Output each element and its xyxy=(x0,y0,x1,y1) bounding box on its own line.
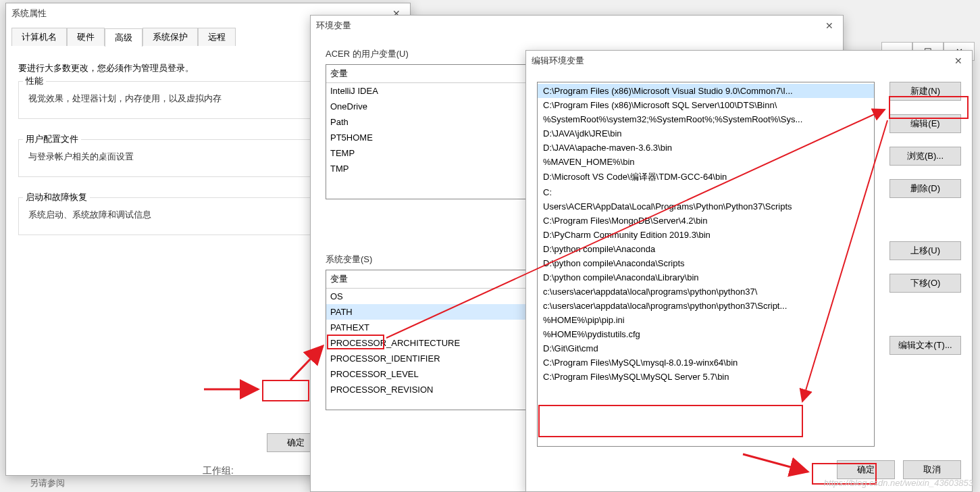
browse-button[interactable]: 浏览(B)... xyxy=(889,147,961,166)
col-variable: 变量 xyxy=(330,68,348,78)
dialog-title: 系统属性 xyxy=(11,7,47,20)
titlebar[interactable]: 环境变量 ✕ xyxy=(311,16,843,36)
watermark-text: https://blog.csdn.net/weixin_43603853 xyxy=(824,478,973,488)
tab-远程[interactable]: 远程 xyxy=(198,28,236,46)
list-item[interactable]: C: xyxy=(538,185,874,199)
tab-系统保护[interactable]: 系统保护 xyxy=(143,28,198,46)
tab-高级[interactable]: 高级 xyxy=(105,28,143,47)
col-variable: 变量 xyxy=(330,274,348,284)
close-icon[interactable]: ✕ xyxy=(821,19,837,32)
delete-button[interactable]: 删除(D) xyxy=(889,179,961,198)
list-item[interactable]: D:\PyCharm Community Edition 2019.3\bin xyxy=(538,228,874,242)
list-item[interactable]: %HOME%\pip\pip.ini xyxy=(538,313,874,327)
list-item[interactable]: D:\JAVA\jdk\JRE\bin xyxy=(538,126,874,141)
tab-计算机名[interactable]: 计算机名 xyxy=(11,28,67,46)
new-button[interactable]: 新建(N) xyxy=(889,82,961,101)
move-down-button[interactable]: 下移(O) xyxy=(889,274,961,293)
tab-硬件[interactable]: 硬件 xyxy=(67,28,105,46)
list-item[interactable]: D:\python compile\Anaconda\Library\bin xyxy=(538,270,874,285)
group-legend: 用户配置文件 xyxy=(23,133,81,145)
footer-workgroup: 工作组: xyxy=(203,465,234,477)
list-item[interactable]: D:\python compile\Anaconda xyxy=(538,242,874,256)
list-item[interactable]: D:\JAVA\apache-maven-3.6.3\bin xyxy=(538,141,874,155)
list-item[interactable]: %HOME%\pydistutils.cfg xyxy=(538,327,874,341)
list-item[interactable]: c:\users\acer\appdata\local\programs\pyt… xyxy=(538,299,874,313)
list-item[interactable]: C:\Program Files\MySQL\mysql-8.0.19-winx… xyxy=(538,355,874,370)
list-item[interactable]: %MAVEN_HOME%\bin xyxy=(538,155,874,169)
group-legend: 性能 xyxy=(23,75,46,87)
list-item[interactable]: D:\python compile\Anaconda\Scripts xyxy=(538,256,874,270)
footer-see-also: 另请参阅 xyxy=(30,477,65,489)
cancel-button[interactable]: 取消 xyxy=(903,460,961,479)
edit-text-button[interactable]: 编辑文本(T)... xyxy=(889,336,961,355)
move-up-button[interactable]: 上移(U) xyxy=(889,241,961,260)
list-item[interactable]: C:\Program Files\MongoDB\Server\4.2\bin xyxy=(538,214,874,228)
list-item[interactable]: %SystemRoot%\system32;%SystemRoot%;%Syst… xyxy=(538,112,874,126)
list-item[interactable]: D:\Microsoft VS Code\编译器\TDM-GCC-64\bin xyxy=(538,169,874,185)
group-legend: 启动和故障恢复 xyxy=(23,191,90,203)
list-item[interactable]: C:\Program Files\MySQL\MySQL Server 5.7\… xyxy=(538,370,874,384)
path-list[interactable]: C:\Program Files (x86)\Microsoft Visual … xyxy=(537,82,875,447)
list-item[interactable]: Users\ACER\AppData\Local\Programs\Python… xyxy=(538,199,874,214)
list-item[interactable]: C:\Program Files (x86)\Microsoft SQL Ser… xyxy=(538,98,874,112)
close-icon[interactable]: ✕ xyxy=(950,54,966,68)
dialog-title: 环境变量 xyxy=(316,20,351,32)
list-item[interactable]: D:\Git\Git\cmd xyxy=(538,341,874,355)
titlebar[interactable]: 编辑环境变量 ✕ xyxy=(526,51,972,71)
edit-environment-variable-dialog: 编辑环境变量 ✕ C:\Program Files (x86)\Microsof… xyxy=(525,50,973,492)
ok-button[interactable]: 确定 xyxy=(837,460,895,479)
edit-button[interactable]: 编辑(E) xyxy=(889,114,961,133)
dialog-title: 编辑环境变量 xyxy=(532,55,584,67)
list-item[interactable]: C:\Program Files (x86)\Microsoft Visual … xyxy=(538,84,874,98)
list-item[interactable]: c:\users\acer\appdata\local\programs\pyt… xyxy=(538,285,874,299)
